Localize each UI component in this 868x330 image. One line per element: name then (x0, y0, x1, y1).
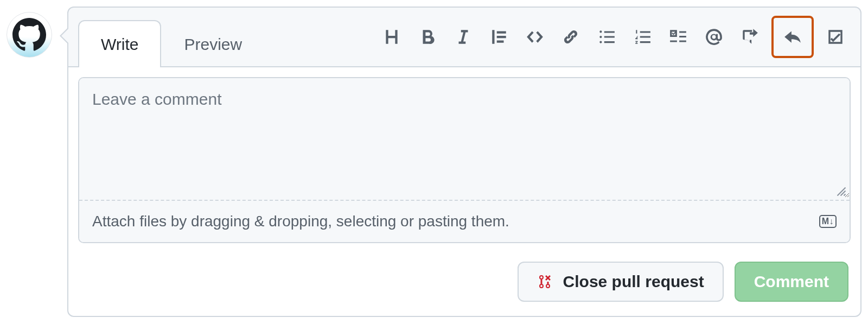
tabbar: Write Preview (68, 8, 860, 67)
octocat-icon (12, 18, 46, 52)
unordered-list-icon[interactable] (595, 25, 618, 49)
formatting-toolbar (380, 18, 851, 56)
action-row: Close pull request Comment (78, 243, 851, 306)
comment-editor: Attach files by dragging & dropping, sel… (78, 77, 851, 243)
comment-button[interactable]: Comment (735, 262, 848, 302)
comment-panel: Write Preview (67, 7, 861, 317)
close-pull-request-button[interactable]: Close pull request (518, 262, 724, 302)
attach-hint-bar[interactable]: Attach files by dragging & dropping, sel… (79, 201, 850, 242)
git-pull-request-closed-icon (537, 273, 554, 290)
tab-preview[interactable]: Preview (161, 20, 265, 67)
link-icon[interactable] (559, 25, 583, 49)
tasklist-icon[interactable] (666, 25, 690, 49)
close-pull-request-label: Close pull request (563, 272, 704, 291)
markdown-icon[interactable]: M↓ (819, 215, 837, 228)
bold-icon[interactable] (416, 25, 439, 49)
attach-hint-text: Attach files by dragging & dropping, sel… (92, 213, 509, 230)
cross-reference-icon[interactable] (738, 25, 762, 49)
tab-write[interactable]: Write (78, 20, 161, 67)
ordered-list-icon[interactable] (630, 25, 654, 49)
suggestion-icon[interactable] (824, 25, 847, 49)
comment-textarea[interactable] (79, 78, 850, 198)
italic-icon[interactable] (451, 25, 475, 49)
avatar[interactable] (7, 12, 52, 58)
heading-icon[interactable] (380, 25, 404, 49)
mention-icon[interactable] (702, 25, 726, 49)
code-icon[interactable] (523, 25, 547, 49)
quote-icon[interactable] (487, 25, 511, 49)
comment-body: Attach files by dragging & dropping, sel… (68, 67, 860, 316)
comment-button-label: Comment (754, 272, 829, 291)
reply-icon[interactable] (774, 18, 812, 56)
